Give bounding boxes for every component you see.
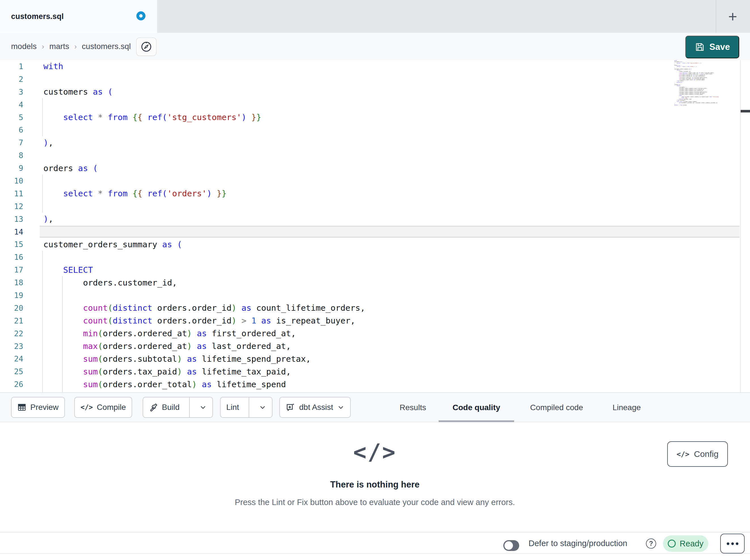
lint-dropdown-button[interactable]	[253, 397, 272, 417]
code-line[interactable]: 16	[0, 251, 750, 264]
compile-button-label: Compile	[97, 403, 126, 412]
assist-chat-sparkle-icon	[285, 402, 295, 412]
code-line[interactable]: 26 sum(orders.order_total) as lifetime_s…	[0, 378, 750, 391]
code-line[interactable]: 3customers as (	[0, 86, 750, 98]
code-line-content: count(distinct orders.order_id) as count…	[29, 302, 750, 314]
compass-icon	[141, 41, 152, 53]
code-line[interactable]: 6	[0, 124, 750, 136]
line-number: 9	[0, 164, 29, 172]
save-button[interactable]: Save	[685, 36, 739, 58]
code-line[interactable]: 17 SELECT	[0, 264, 750, 276]
code-editor[interactable]: 1with23customers as (45 select * from {{…	[0, 60, 750, 392]
config-button[interactable]: </> Config	[667, 441, 728, 467]
code-line[interactable]: 22 min(orders.ordered_at) as first_order…	[0, 327, 750, 340]
status-bar: Defer to staging/production ? Ready	[0, 532, 750, 554]
code-line[interactable]: 15customer_orders_summary as (	[0, 238, 750, 251]
code-line[interactable]: 9orders as (	[0, 162, 750, 174]
line-number: 4	[0, 100, 29, 109]
unsaved-changes-dot-icon	[136, 11, 145, 20]
file-tab-customers-sql[interactable]: customers.sql	[0, 0, 157, 33]
line-number: 10	[0, 177, 29, 185]
new-tab-button[interactable]: +	[723, 6, 743, 27]
code-line[interactable]: 23 max(orders.ordered_at) as last_ordere…	[0, 340, 750, 353]
indent-guide	[42, 111, 43, 124]
chevron-down-icon	[259, 403, 266, 411]
help-icon[interactable]: ?	[646, 538, 656, 549]
line-number: 21	[0, 316, 29, 325]
code-line[interactable]: 4	[0, 98, 750, 111]
save-button-label: Save	[709, 42, 730, 52]
line-number: 17	[0, 265, 29, 274]
chevron-down-icon	[199, 403, 207, 411]
active-tab-underline	[439, 420, 514, 422]
indent-guide	[42, 365, 43, 378]
line-number: 5	[0, 113, 29, 122]
breadcrumb-item-models[interactable]: models	[11, 42, 37, 51]
code-line[interactable]: 13),	[0, 213, 750, 226]
code-line[interactable]: 14	[0, 226, 750, 238]
code-line[interactable]: 2	[0, 73, 750, 86]
compile-button[interactable]: </> Compile	[74, 397, 132, 418]
line-number: 8	[0, 151, 29, 160]
code-line[interactable]: 12	[0, 200, 750, 213]
code-line-content: SELECT	[29, 264, 750, 276]
line-number: 11	[0, 189, 29, 198]
ready-status-badge: Ready	[663, 535, 708, 552]
tab-code-quality[interactable]: Code quality	[453, 393, 500, 422]
line-number: 26	[0, 380, 29, 389]
editor-minimap[interactable]: withcustomers as ( select * from {{ ref(…	[674, 60, 739, 127]
dbt-assist-button[interactable]: dbt Assist	[279, 397, 351, 418]
indent-guide	[42, 378, 43, 391]
lint-button-label: Lint	[226, 403, 239, 412]
build-button[interactable]: Build	[143, 397, 185, 417]
tab-bar-divider	[716, 0, 716, 33]
code-line[interactable]: 25 sum(orders.tax_paid) as lifetime_tax_…	[0, 365, 750, 378]
code-line[interactable]: 5 select * from {{ ref('stg_customers') …	[0, 111, 750, 124]
code-brackets-icon: </>	[81, 403, 93, 411]
editor-scrollbar-thumb[interactable]	[741, 110, 750, 112]
file-explore-button[interactable]	[136, 37, 157, 56]
code-brackets-icon: </>	[676, 450, 689, 458]
code-line[interactable]: 1with	[0, 60, 750, 73]
line-number: 24	[0, 354, 29, 363]
code-line-content	[29, 289, 750, 302]
empty-state-title: There is nothing here	[176, 480, 573, 490]
breadcrumb-separator-icon: ›	[42, 42, 44, 51]
line-number: 1	[0, 62, 29, 71]
code-line[interactable]: 24 sum(orders.subtotal) as lifetime_spen…	[0, 352, 750, 365]
breadcrumb: models › marts › customers.sql	[11, 33, 131, 60]
defer-toggle[interactable]	[503, 540, 519, 551]
tab-compiled-code[interactable]: Compiled code	[530, 393, 583, 422]
indent-guide	[42, 276, 43, 289]
code-line[interactable]: 11 select * from {{ ref('orders') }}	[0, 187, 750, 200]
line-number: 14	[0, 227, 29, 236]
lint-split-button: Lint	[220, 397, 273, 418]
code-line[interactable]: 8	[0, 149, 750, 162]
tab-lineage[interactable]: Lineage	[612, 393, 641, 422]
code-line[interactable]: 19	[0, 289, 750, 302]
code-line[interactable]: 21 count(distinct orders.order_id) > 1 a…	[0, 314, 750, 327]
minimap-content: withcustomers as ( select * from {{ ref(…	[674, 60, 739, 106]
tab-results[interactable]: Results	[399, 393, 426, 422]
empty-state-subtitle: Press the Lint or Fix button above to ev…	[176, 498, 573, 507]
code-line-content: count(distinct orders.order_id) > 1 as i…	[29, 314, 750, 327]
empty-state: </> There is nothing here Press the Lint…	[176, 439, 573, 507]
code-line-content: with	[29, 60, 750, 73]
code-line[interactable]: 10	[0, 174, 750, 187]
code-line[interactable]: 7),	[0, 136, 750, 149]
more-options-button[interactable]	[720, 534, 745, 554]
build-button-label: Build	[162, 403, 179, 412]
code-line[interactable]: 18 orders.customer_id,	[0, 276, 750, 289]
breadcrumb-item-marts[interactable]: marts	[50, 42, 69, 51]
indent-guide	[42, 340, 43, 353]
lint-button[interactable]: Lint	[221, 397, 245, 417]
preview-button[interactable]: Preview	[11, 397, 65, 418]
build-split-button: Build	[143, 397, 213, 418]
code-line[interactable]: 20 count(distinct orders.order_id) as co…	[0, 302, 750, 314]
build-dropdown-button[interactable]	[194, 397, 212, 417]
line-number: 18	[0, 278, 29, 287]
line-number: 20	[0, 304, 29, 312]
code-line-content	[29, 200, 750, 213]
code-line-content	[29, 73, 750, 86]
lint-split-divider	[249, 397, 249, 417]
